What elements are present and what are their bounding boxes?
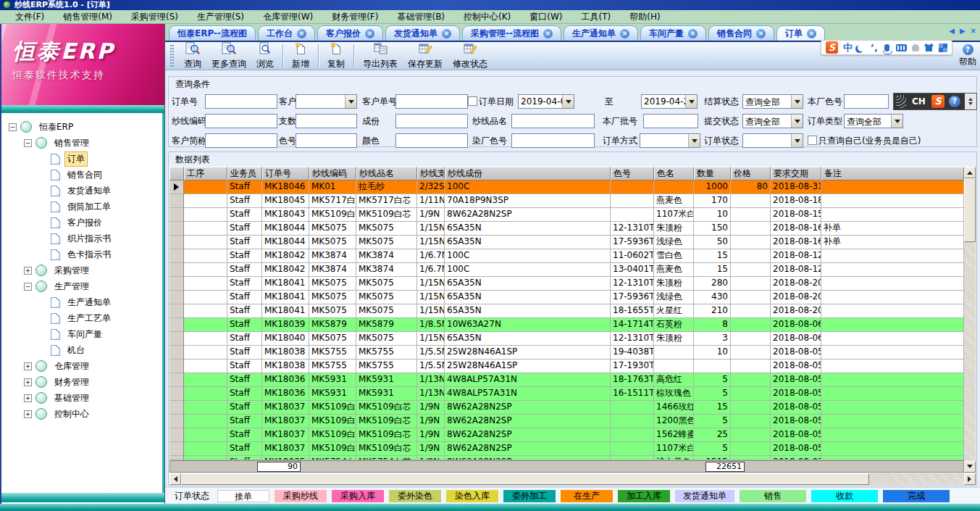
order-row-13[interactable]: StaffMK18038MK5755MK57551/5.5N25W28N46A1… bbox=[169, 346, 976, 360]
dropdown-arrow-icon[interactable] bbox=[791, 115, 803, 128]
order-row-9[interactable]: StaffMK18041MK5075MK50751/15N65A35N17-59… bbox=[169, 291, 976, 304]
tab-2[interactable]: 工作台× bbox=[258, 25, 315, 41]
toolbar-button-4[interactable]: 新增 bbox=[287, 42, 314, 70]
row-selector[interactable] bbox=[169, 346, 184, 360]
expand-plus-icon[interactable]: + bbox=[24, 267, 32, 275]
query-input-纱线品名[interactable] bbox=[511, 114, 595, 128]
tab-close-icon[interactable]: × bbox=[756, 29, 766, 38]
dropdown-arrow-icon[interactable] bbox=[345, 95, 356, 108]
horizontal-scrollbar[interactable] bbox=[169, 473, 976, 485]
collapse-minus-icon[interactable]: − bbox=[9, 123, 17, 131]
order-row-3[interactable]: StaffMK18043MK5109白芯MK5109白芯1/9N8W62A28N… bbox=[169, 208, 976, 222]
toolbar-button-5[interactable]: 复制 bbox=[322, 42, 350, 70]
tab-8[interactable]: 销售合同× bbox=[708, 25, 774, 41]
column-header-备注[interactable]: 备注 bbox=[821, 167, 964, 180]
row-selector[interactable] bbox=[169, 360, 184, 373]
column-header-纱线支[interactable]: 纱线支 bbox=[417, 167, 445, 180]
query-select-结算状态[interactable]: 查询全部 bbox=[742, 94, 803, 109]
scroll-left-icon[interactable] bbox=[169, 473, 181, 485]
tab-close-icon[interactable]: × bbox=[807, 29, 816, 38]
order-row-6[interactable]: StaffMK18042MK3874MK38741/6.7N100C11-060… bbox=[169, 249, 976, 263]
row-selector[interactable] bbox=[169, 415, 184, 428]
tab-close-icon[interactable]: × bbox=[297, 29, 306, 38]
vertical-scroll-thumb[interactable] bbox=[964, 178, 976, 242]
row-selector[interactable] bbox=[169, 401, 184, 415]
tab-5[interactable]: 采购管理--流程图× bbox=[462, 25, 561, 41]
self-only-checkbox[interactable] bbox=[808, 136, 817, 145]
query-input-支数[interactable] bbox=[296, 114, 357, 128]
query-select-客户[interactable] bbox=[296, 94, 357, 109]
ime-help-icon[interactable]: ? bbox=[949, 96, 960, 107]
tree-item-财务管理[interactable]: +财务管理 bbox=[1, 374, 162, 390]
query-input-客户单号[interactable] bbox=[395, 94, 468, 109]
tab-scroll-left-icon[interactable]: ◀ bbox=[949, 27, 955, 35]
tree-item-订单[interactable]: 订单 bbox=[1, 151, 162, 167]
toolbar-button-6[interactable]: 导出列表 bbox=[358, 42, 403, 70]
menu-item-11[interactable]: 帮助(H) bbox=[620, 10, 669, 23]
row-selector[interactable] bbox=[169, 236, 184, 249]
dropdown-arrow-icon[interactable] bbox=[891, 115, 902, 128]
toolbar-grip-icon[interactable] bbox=[170, 45, 174, 67]
query-input-颜色[interactable] bbox=[395, 133, 468, 148]
scroll-down-icon[interactable] bbox=[964, 461, 976, 473]
tree-item-倒筒加工单[interactable]: 倒筒加工单 bbox=[1, 199, 162, 215]
dropdown-arrow-icon[interactable] bbox=[688, 134, 700, 147]
menu-item-3[interactable]: 采购管理(S) bbox=[122, 10, 188, 23]
tree-item-采购管理[interactable]: +采购管理 bbox=[1, 262, 162, 278]
tree-item-仓库管理[interactable]: +仓库管理 bbox=[1, 358, 162, 374]
row-selector[interactable] bbox=[169, 373, 184, 387]
profile-icon[interactable] bbox=[912, 44, 919, 51]
menu-item-10[interactable]: 工具(T) bbox=[572, 10, 621, 23]
expand-plus-icon[interactable]: + bbox=[24, 362, 32, 370]
collapse-minus-icon[interactable]: − bbox=[24, 283, 32, 291]
tab-close-all-icon[interactable]: × bbox=[971, 27, 976, 35]
tab-3[interactable]: 客户报价× bbox=[317, 25, 383, 41]
toolbar-button-3[interactable]: 浏览 bbox=[251, 42, 279, 70]
column-header-数量[interactable]: 数量 bbox=[694, 167, 731, 180]
query-input-成份[interactable] bbox=[395, 114, 468, 128]
query-input-客户简称[interactable] bbox=[205, 133, 277, 148]
query-select-订单方式[interactable] bbox=[640, 133, 700, 148]
query-input-纱线编码[interactable] bbox=[205, 114, 277, 128]
vertical-scrollbar[interactable] bbox=[964, 167, 976, 473]
row-selector[interactable] bbox=[169, 249, 184, 263]
tree-item-发货通知单[interactable]: 发货通知单 bbox=[1, 183, 162, 199]
menu-item-7[interactable]: 基础管理(B) bbox=[388, 10, 454, 23]
column-header-要求交期[interactable]: 要求交期 bbox=[771, 167, 821, 180]
expand-plus-icon[interactable]: + bbox=[24, 394, 32, 402]
help-button[interactable]: ? 帮助 bbox=[959, 44, 976, 68]
order-row-12[interactable]: StaffMK18040MK5075MK50751/15N65A35N12-13… bbox=[169, 332, 976, 346]
column-header-订单号[interactable]: 订单号 bbox=[262, 167, 309, 180]
tree-item-机台[interactable]: 机台 bbox=[1, 342, 162, 358]
dropdown-arrow-icon[interactable] bbox=[685, 95, 697, 108]
column-header-工序[interactable]: 工序 bbox=[184, 167, 227, 180]
order-row-8[interactable]: StaffMK18041MK5075MK50751/15N65A35N12-13… bbox=[169, 277, 976, 291]
column-header-纱线成份[interactable]: 纱线成份 bbox=[445, 167, 611, 180]
order-row-20[interactable]: StaffMK18037MK5109白芯MK5109白芯1/9N8W62A28N… bbox=[169, 442, 976, 456]
column-header-业务员[interactable]: 业务员 bbox=[227, 167, 262, 180]
order-row-11[interactable]: StaffMK18039MK5879MK58791/8.5N10W63A27N1… bbox=[169, 318, 976, 332]
tab-close-icon[interactable]: × bbox=[543, 29, 553, 38]
expand-plus-icon[interactable]: + bbox=[24, 378, 32, 386]
order-row-18[interactable]: StaffMK18037MK5109白芯MK5109白芯1/9N8W62A28N… bbox=[169, 415, 976, 428]
tab-close-icon[interactable]: × bbox=[620, 29, 629, 38]
ime-expand-icon[interactable] bbox=[965, 94, 976, 109]
microphone-icon[interactable] bbox=[884, 44, 889, 51]
tree-item-恒泰ERP[interactable]: −恒泰ERP bbox=[1, 119, 162, 135]
row-selector[interactable] bbox=[169, 277, 184, 291]
tree-item-色卡指示书[interactable]: 色卡指示书 bbox=[1, 246, 162, 262]
query-select-订单类型[interactable]: 查询全部 bbox=[844, 114, 903, 128]
row-selector[interactable] bbox=[169, 194, 184, 208]
punctuation-icon[interactable]: ’, bbox=[871, 41, 878, 54]
tab-close-icon[interactable]: × bbox=[442, 29, 451, 38]
order-row-16[interactable]: StaffMK18036MK5931MK59311/13N4W8ALP57A31… bbox=[169, 387, 976, 401]
row-selector[interactable] bbox=[169, 304, 184, 318]
toolbar-button-7[interactable]: 保存更新 bbox=[403, 42, 448, 70]
tab-4[interactable]: 发货通知单× bbox=[385, 25, 460, 41]
order-row-19[interactable]: StaffMK18037MK5109白芯MK5109白芯1/9N8W62A28N… bbox=[169, 428, 976, 442]
tree-item-销售合同[interactable]: 销售合同 bbox=[1, 167, 162, 183]
order-row-15[interactable]: StaffMK18036MK5931MK59311/13N4W8ALP57A31… bbox=[169, 373, 976, 387]
column-header-纱线编码[interactable]: 纱线编码 bbox=[309, 167, 356, 180]
order-row-14[interactable]: StaffMK18038MK5755MK57551/5.5N25W28N46A1… bbox=[169, 360, 976, 373]
order-row-7[interactable]: StaffMK18042MK3874MK38741/6.7N100C13-040… bbox=[169, 263, 976, 277]
